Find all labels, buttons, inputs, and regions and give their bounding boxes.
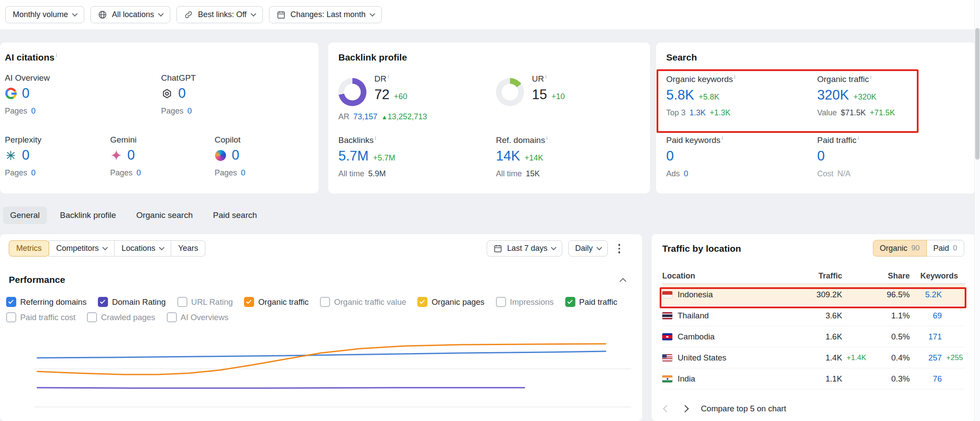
organic-keywords-block: Organic keywordsi 5.8K+5.8K Top 31.3K+1.… bbox=[666, 74, 815, 118]
pages-label: Pages bbox=[5, 168, 27, 178]
organic-toggle-button[interactable]: Organic90 bbox=[873, 240, 927, 257]
organic-traffic-label: Organic traffic bbox=[817, 75, 869, 84]
top3-label: Top 3 bbox=[666, 108, 686, 118]
paid-toggle-button[interactable]: Paid0 bbox=[926, 240, 965, 257]
pages-count[interactable]: 0 bbox=[241, 168, 245, 178]
alltime-value: 15K bbox=[526, 169, 540, 178]
keywords-link[interactable]: 5.2K bbox=[925, 290, 942, 299]
best-links-dropdown[interactable]: Best links: Off bbox=[176, 6, 263, 23]
search-card: Search Organic keywordsi 5.8K+5.8K Top 3… bbox=[656, 43, 976, 193]
header-share: Share bbox=[842, 271, 910, 281]
metrics-button[interactable]: Metrics bbox=[9, 240, 49, 257]
header-location: Location bbox=[662, 271, 763, 281]
backlink-profile-card: Backlink profile DRi 72+60 AR 73,157 ▲13… bbox=[328, 43, 650, 193]
info-icon: i bbox=[546, 135, 548, 141]
checkbox-impressions[interactable]: Impressions bbox=[496, 297, 554, 307]
collapse-section-icon[interactable] bbox=[620, 278, 627, 285]
checkbox-box bbox=[565, 297, 575, 307]
backlinks-block: Backlinksi 5.7M+5.7M All time5.9M bbox=[338, 135, 488, 178]
tab-paid-search[interactable]: Paid search bbox=[206, 207, 264, 224]
checkbox-box bbox=[6, 297, 16, 307]
organic-keywords-value[interactable]: 5.8K bbox=[666, 87, 694, 103]
ads-count[interactable]: 0 bbox=[684, 169, 688, 178]
table-row-thailand[interactable]: Thailand 3.6K 1.1% 69 bbox=[662, 305, 965, 326]
next-page-icon[interactable] bbox=[682, 405, 689, 413]
performance-panel: Metrics Competitors Locations Years Last… bbox=[0, 234, 642, 421]
checkbox-box bbox=[98, 297, 108, 307]
pages-count[interactable]: 0 bbox=[136, 168, 141, 178]
checkbox-paid-traffic-cost[interactable]: Paid traffic cost bbox=[6, 312, 75, 322]
ar-value[interactable]: 73,157 bbox=[353, 112, 377, 121]
ref-domains-block: Ref. domainsi 14K+14K All time15K bbox=[496, 135, 636, 178]
granularity-dropdown[interactable]: Daily bbox=[568, 240, 607, 257]
checkbox-referring-domains[interactable]: Referring domains bbox=[6, 297, 86, 307]
paid-keywords-block: Paid keywordsi 0 Ads0 bbox=[666, 135, 815, 178]
table-row-cambodia[interactable]: Cambodia 1.6K 0.5% 171 bbox=[662, 326, 965, 347]
checkbox-ai-overviews[interactable]: AI Overviews bbox=[167, 312, 229, 322]
gemini-icon bbox=[110, 150, 122, 161]
checkbox-crawled-pages[interactable]: Crawled pages bbox=[87, 312, 155, 322]
paid-keywords-value[interactable]: 0 bbox=[666, 148, 674, 164]
ai-citations-count[interactable]: 0 bbox=[127, 147, 135, 163]
dr-label: DR bbox=[374, 74, 386, 83]
info-icon: i bbox=[734, 74, 736, 80]
paid-traffic-label: Paid traffic bbox=[817, 136, 856, 145]
table-row-indonesia[interactable]: Indonesia 309.2K 96.5% 5.2K bbox=[662, 284, 965, 305]
keywords-link[interactable]: 171 bbox=[928, 332, 942, 341]
ai-citations-count[interactable]: 0 bbox=[22, 86, 29, 101]
flag-india-icon bbox=[662, 375, 672, 382]
table-row-united-states[interactable]: United States 1.4K +1.4K 0.4% 257 +255 bbox=[662, 347, 965, 368]
keywords-link[interactable]: 257 bbox=[928, 353, 942, 362]
changes-label: Changes: Last month bbox=[291, 10, 366, 19]
tab-backlink-profile[interactable]: Backlink profile bbox=[53, 207, 123, 224]
checkbox-paid-traffic[interactable]: Paid traffic bbox=[565, 297, 617, 307]
tab-organic-search[interactable]: Organic search bbox=[129, 207, 200, 224]
top3-value[interactable]: 1.3K bbox=[689, 108, 706, 118]
info-icon: i bbox=[388, 74, 389, 80]
checkbox-organic-traffic[interactable]: Organic traffic bbox=[244, 297, 309, 307]
organic-traffic-delta: +320K bbox=[853, 93, 876, 102]
compare-top5-link[interactable]: Compare top 5 on chart bbox=[701, 404, 786, 414]
monthly-volume-dropdown[interactable]: Monthly volume bbox=[5, 6, 84, 23]
table-row-india[interactable]: India 1.1K 0.3% 76 bbox=[662, 368, 965, 389]
pages-label: Pages bbox=[5, 107, 27, 116]
checkbox-domain-rating[interactable]: Domain Rating bbox=[98, 297, 165, 307]
more-options-button[interactable] bbox=[614, 240, 625, 257]
checkbox-organic-pages[interactable]: Organic pages bbox=[417, 297, 484, 307]
ai-item-name: ChatGPT bbox=[161, 73, 306, 83]
pages-count[interactable]: 0 bbox=[187, 107, 192, 116]
ai-citations-count[interactable]: 0 bbox=[232, 147, 239, 163]
changes-dropdown[interactable]: Changes: Last month bbox=[269, 6, 382, 23]
scrollbar-thumb[interactable] bbox=[975, 28, 980, 160]
backlinks-value[interactable]: 5.7M bbox=[338, 148, 369, 164]
alltime-label: All time bbox=[338, 169, 364, 178]
paid-traffic-value[interactable]: 0 bbox=[817, 148, 825, 164]
previous-page-icon[interactable] bbox=[663, 405, 671, 413]
checkbox-box bbox=[6, 312, 16, 322]
organic-count: 90 bbox=[912, 244, 920, 253]
locations-button[interactable]: Locations bbox=[114, 240, 171, 257]
dr-donut-chart bbox=[338, 78, 366, 106]
organic-traffic-value[interactable]: 320K bbox=[817, 87, 849, 103]
pages-count[interactable]: 0 bbox=[31, 168, 36, 178]
cost-label: Cost bbox=[817, 169, 833, 178]
checkbox-box bbox=[417, 297, 427, 307]
ai-citations-count[interactable]: 0 bbox=[178, 86, 186, 101]
ref-domains-value[interactable]: 14K bbox=[496, 148, 520, 164]
keywords-link[interactable]: 76 bbox=[933, 374, 942, 383]
pages-count[interactable]: 0 bbox=[31, 107, 36, 116]
checkbox-url-rating[interactable]: URL Rating bbox=[177, 297, 233, 307]
metric-checkbox-row: Referring domains Domain Rating URL Rati… bbox=[6, 297, 617, 307]
all-locations-dropdown[interactable]: All locations bbox=[90, 6, 170, 23]
ai-citations-count[interactable]: 0 bbox=[22, 147, 29, 163]
date-range-dropdown[interactable]: Last 7 days bbox=[487, 240, 562, 257]
checkbox-organic-traffic-value[interactable]: Organic traffic value bbox=[320, 297, 406, 307]
chevron-down-icon bbox=[596, 245, 602, 250]
tab-general[interactable]: General bbox=[3, 207, 47, 224]
competitors-button[interactable]: Competitors bbox=[49, 240, 115, 257]
value-label: Value bbox=[817, 108, 837, 118]
keywords-link[interactable]: 69 bbox=[933, 311, 942, 320]
years-button[interactable]: Years bbox=[171, 240, 205, 257]
calendar-icon bbox=[276, 10, 286, 19]
ads-label: Ads bbox=[666, 169, 680, 178]
